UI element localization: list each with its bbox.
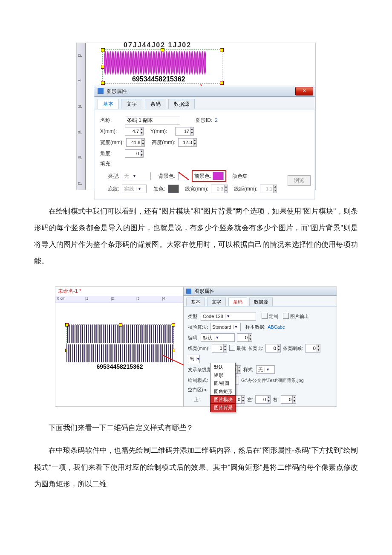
drawmode-path: G:\办公文件\Test\湖面背景.jpg [241,377,304,384]
right-input[interactable]: ▲▼ [281,395,296,404]
dialog-title-text: 图形属性 [107,88,127,94]
fill-label: 填充: [100,160,112,168]
tab-datasource[interactable]: 数据源 [168,99,195,109]
linegap-label: 线距(mm): [234,185,257,193]
shape-id-value: 2 [215,117,218,123]
x-input[interactable]: ▲▼ [125,127,144,136]
img-output-checkbox[interactable] [283,313,289,319]
top-label: 上: [194,396,200,403]
trim-unit-dropdown[interactable]: %▼ [188,355,200,363]
angle-input[interactable]: ▲▼ [125,149,144,158]
linew-input[interactable]: ▲▼ [212,344,227,353]
y-label: Y(mm): [150,128,173,134]
shape-id-label: 图形ID: [196,117,212,124]
fgcolor-label: 前景色: [194,173,211,180]
ruler-horizontal: 0 cm |1 |2 |3 |4 [55,296,183,303]
browse-button[interactable]: 浏览 [288,175,311,186]
right-label: 右: [273,396,279,403]
paragraph-1: 在绘制模式中我们可以看到，还有"图片模块"和"图片背景"两个选项，如果使用"图片… [34,203,358,269]
drawmode-label: 绘制模式: [188,377,208,384]
app-icon [186,289,191,294]
check-algo-label: 校验算法: [188,324,208,330]
tab-datasource[interactable]: 数据源 [249,298,273,306]
color-label: 颜色: [153,185,165,193]
style-label: 样式: [243,367,254,373]
name-input[interactable] [125,116,180,124]
dd-option-roundrect[interactable]: 圆角矩形 [210,387,235,396]
trim-label: 条宽削减: [283,345,303,352]
type-label: 类型: [188,313,199,320]
sample-value: ABCabc [268,324,285,330]
paragraph-3: 在中琅条码软件中，也需先绘制二维码并添加二维码内容，然后在"图形属性-条码"下方… [34,442,358,492]
dd-option-circle[interactable]: 圆/椭圆 [210,379,235,387]
tabs-2: 基本 文字 条码 数据源 [184,296,337,306]
style-dropdown[interactable]: 无▼ [256,365,275,374]
width-input[interactable]: ▲▼ [126,138,145,147]
fgcolor-highlighted: 前景色: [192,170,226,182]
tab-basic[interactable]: 基本 [98,99,119,109]
trim-input[interactable]: ▲▼ [305,344,320,353]
width-label: 宽度(mm): [100,139,124,146]
bgcolor-label: 背景色: [159,173,175,180]
height-input[interactable]: ▲▼ [178,138,197,147]
angle-label: 角度: [100,150,122,157]
close-button[interactable]: ✕ [295,87,313,95]
type-label: 类型: [108,173,119,180]
color-swatch[interactable] [168,185,179,193]
y-input[interactable]: ▲▼ [175,127,194,136]
dialog-titlebar[interactable]: 图形属性 ✕ [94,86,315,97]
dialog-form: 名称: 图形ID: 2 X(mm): ▲▼ Y(mm): ▲▼ 宽度(mm): … [94,109,315,200]
ratio-input[interactable]: ▲▼ [265,344,281,353]
dialog-title-2: 图形属性 [184,287,337,296]
encode-label: 编码: [188,335,199,341]
dialog-tabs: 基本 文字 条码 数据源 [94,97,315,109]
drawmode-dropdown-list[interactable]: 默认 矩形 圆/椭圆 圆角矩形 图片模块 图片背景 [210,363,236,412]
height-label: 高度(mm): [152,139,175,146]
encode-dropdown[interactable]: 默认▼ [201,333,235,342]
barcode-tab-form: 类型: Code 128▼ 定制 图片输出 校验算法: Standard▼ 样本… [184,306,337,409]
left-input[interactable]: ▲▼ [255,395,271,404]
x-label: X(mm): [100,128,122,134]
bgcolor-swatch[interactable] [178,172,189,180]
barcode-top-number: 07JJ44J02 1JJ02 [124,41,191,49]
tab-barcode[interactable]: 条码 [145,99,166,109]
encode-num-input[interactable]: ▲▼ [237,333,252,342]
linew-label: 线宽(mm): [185,185,208,193]
linew-label: 线宽(mm): [188,345,210,352]
ratio-label: 长宽比: [248,345,263,352]
linew-input[interactable]: ▲▼ [211,185,228,193]
tab-barcode[interactable]: 条码 [228,298,247,306]
properties-panel-right: 图形属性 基本 文字 条码 数据源 类型: Code 128▼ 定制 图片输出 … [184,287,337,406]
left-label: 左: [247,396,253,403]
figure-1-properties-dialog: |2|3 |4|5 |6|7 07JJ44J02 1JJ02 695344582… [76,43,316,190]
barcode-number: 69534458215362 [132,75,185,83]
sample-label: 样本数据: [245,324,265,330]
tab-text[interactable]: 文字 [207,298,226,306]
dd-option-image-module[interactable]: 图片模块 [210,396,235,404]
app-icon [98,88,104,94]
tab-text[interactable]: 文字 [121,99,142,109]
figure-2-barcode-tab: 未命名-1 * 0 cm |1 |2 |3 |4 69534458215362 … [55,286,337,407]
barcode-bars [104,51,220,75]
fgcolor-swatch[interactable] [213,172,224,180]
barcode-2-number: 69534458215362 [66,363,173,370]
dd-option-image-bg[interactable]: 图片背景 [210,404,235,412]
linegap-input[interactable]: ▲▼ [260,185,277,193]
ruler-vertical: |2|3 |4|5 |6|7 [77,43,86,190]
colorset-label[interactable]: 颜色集 [232,173,248,180]
name-label: 名称: [100,117,122,124]
shape-properties-dialog: 图形属性 ✕ 基本 文字 条码 数据源 名称: 图形ID: 2 X(mm): ▲… [94,86,315,190]
blank-label: 空白区(m [188,387,208,393]
custom-checkbox[interactable] [262,313,268,319]
dd-option-rect[interactable]: 矩形 [210,371,235,379]
type-dropdown[interactable]: Code 128▼ [201,312,256,321]
type-dropdown[interactable]: 无▼ [122,172,151,180]
dd-option-default[interactable]: 默认 [210,363,235,371]
check-algo-dropdown[interactable]: Standard▼ [210,323,241,331]
best-checkbox[interactable] [229,345,235,351]
document-name: 未命名-1 * [55,287,183,296]
paragraph-2: 下面我们来看一下二维码自定义样式有哪些？ [34,419,358,436]
hatch-dropdown[interactable]: 实线▼ [122,185,147,193]
tab-basic[interactable]: 基本 [186,298,205,306]
barcode-2[interactable]: 69534458215362 [66,344,173,370]
